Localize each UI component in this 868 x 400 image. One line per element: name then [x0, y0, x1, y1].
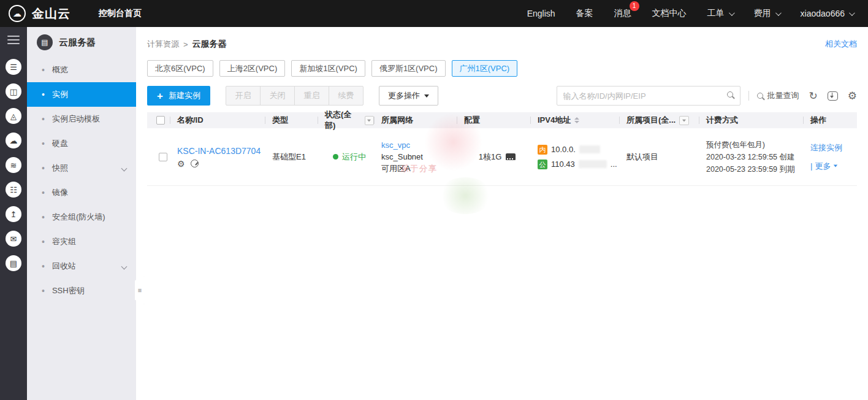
topnav-english[interactable]: English: [527, 9, 555, 18]
sidebar-title: 云服务器: [59, 37, 96, 48]
header-ipv4: IPV4地址: [530, 115, 619, 126]
caret-down-icon: [834, 165, 837, 167]
search-box: [557, 86, 740, 106]
region-tab-guangzhou1[interactable]: 广州1区(VPC): [452, 60, 518, 77]
created-time: 2020-03-23 12:59:55 创建: [706, 151, 795, 163]
batch-query-button[interactable]: 批量查询: [757, 90, 799, 101]
sidebar-item-overview[interactable]: •概览: [27, 58, 136, 82]
chevron-down-icon: [729, 10, 735, 16]
region-tab-beijing6[interactable]: 北京6区(VPC): [147, 60, 213, 77]
refresh-icon[interactable]: ↻: [809, 91, 818, 101]
chip-icon: [506, 153, 516, 160]
topnav-messages[interactable]: 消息 1: [614, 8, 631, 19]
row-checkbox[interactable]: [159, 153, 167, 161]
divider: [748, 91, 749, 101]
reboot-button[interactable]: 重启: [294, 86, 329, 106]
status-text: 运行中: [342, 152, 366, 163]
header-project: 所属项目(全...: [619, 115, 699, 126]
gear-icon[interactable]: ⚙: [848, 91, 857, 101]
message-icon[interactable]: ✉: [6, 231, 21, 247]
status-running-dot-icon: [333, 154, 338, 160]
topnav-docs-center[interactable]: 文档中心: [652, 8, 687, 19]
private-ip-line: 内 10.0.0.: [538, 144, 600, 155]
kingsoft-cloud-logo-icon: ☁: [9, 5, 26, 22]
region-tabs: 北京6区(VPC) 上海2区(VPC) 新加坡1区(VPC) 俄罗斯1区(VPC…: [147, 60, 857, 77]
sidebar-item-ssh-keys[interactable]: •SSH密钥: [27, 279, 136, 303]
product-sidebar: ▤ 云服务器 •概览 •实例 •实例启动模板 •硬盘 •快照 •镜像 •安全组(…: [27, 27, 136, 400]
project-filter-dropdown[interactable]: [679, 116, 689, 125]
related-docs-link[interactable]: 相关文档: [825, 39, 857, 50]
cloud-upload-icon[interactable]: ↥: [6, 206, 21, 222]
topnav-icp-filing[interactable]: 备案: [576, 8, 593, 19]
all-products-menu-icon[interactable]: [7, 36, 20, 44]
region-tab-russia1[interactable]: 俄罗斯1区(VPC): [371, 60, 446, 77]
public-ip-ellipsis: ...: [611, 159, 617, 170]
gear-icon[interactable]: ⚙: [177, 160, 185, 168]
sidebar-item-launch-templates[interactable]: •实例启动模板: [27, 107, 136, 131]
redacted-ip-blur: [579, 145, 600, 153]
cluster-icon[interactable]: ◬: [6, 108, 21, 124]
sidebar-item-security-groups[interactable]: •安全组(防火墙): [27, 205, 136, 229]
vpc-link[interactable]: ksc_vpc: [381, 139, 410, 151]
sidebar-item-images[interactable]: •镜像: [27, 180, 136, 205]
instance-quick-icons: ⚙: [177, 160, 199, 168]
start-button[interactable]: 开启: [226, 86, 261, 106]
availability-zone: 可用区A: [381, 163, 411, 174]
table-row: KSC-IN-AC613D7704 ⚙ 基础型E1 运行中 ksc_vpc ks…: [147, 128, 857, 186]
sidebar-item-instances[interactable]: •实例: [27, 82, 136, 107]
sidebar-item-disks[interactable]: •硬盘: [27, 131, 136, 156]
layers-icon[interactable]: ☷: [6, 182, 21, 198]
monitor-gauge-icon[interactable]: [191, 160, 199, 167]
caret-down-icon: [424, 94, 429, 98]
status-filter-dropdown[interactable]: [365, 116, 375, 125]
breadcrumb: 计算资源 > 云服务器 相关文档: [147, 37, 857, 51]
private-ip: 10.0.0.: [551, 144, 576, 155]
row-more-actions[interactable]: | 更多: [810, 161, 838, 172]
main-content: 计算资源 > 云服务器 相关文档 北京6区(VPC) 上海2区(VPC) 新加坡…: [136, 27, 868, 400]
instance-action-group: 开启 关闭 重启 续费: [226, 86, 364, 106]
cloud-server-icon: ▤: [37, 34, 53, 50]
sidebar-collapse-handle[interactable]: ≡: [135, 276, 145, 304]
breadcrumb-parent[interactable]: 计算资源: [147, 39, 179, 50]
topnav-tickets[interactable]: 工单: [707, 8, 733, 19]
breadcrumb-separator: >: [183, 40, 188, 49]
topnav-account[interactable]: xiaodao666: [801, 9, 853, 18]
renew-button[interactable]: 续费: [329, 86, 364, 106]
toolbar: + 新建实例 开启 关闭 重启 续费 更多操作 批量查询 ↻ ⚙: [147, 86, 857, 106]
search-icon[interactable]: [727, 91, 733, 98]
sort-icon[interactable]: [574, 117, 579, 123]
topbar: ☁ 金山云 控制台首页 English 备案 消息 1 文档中心 工单 费用 x…: [0, 0, 868, 27]
header-config: 配置: [457, 115, 530, 126]
network-icon[interactable]: ◫: [6, 83, 21, 99]
connect-instance-link[interactable]: 连接实例: [810, 142, 842, 153]
public-ip-line: 公 110.43 ...: [538, 159, 617, 170]
sidebar-item-disaster-recovery[interactable]: •容灾组: [27, 229, 136, 254]
public-ip-badge: 公: [538, 160, 547, 169]
create-instance-button[interactable]: + 新建实例: [147, 86, 210, 106]
billing-mode: 预付费(包年包月): [706, 139, 765, 151]
header-status: 状态(全部): [318, 109, 374, 131]
export-icon[interactable]: [828, 91, 838, 101]
search-input[interactable]: [557, 86, 740, 106]
region-tab-singapore1[interactable]: 新加坡1区(VPC): [291, 60, 365, 77]
shutdown-button[interactable]: 关闭: [260, 86, 295, 106]
sidebar-header: ▤ 云服务器: [27, 27, 136, 58]
instance-name-link[interactable]: KSC-IN-AC613D7704: [177, 146, 261, 156]
document-card-icon[interactable]: ▤: [6, 255, 21, 271]
brand-title: 金山云: [32, 6, 70, 22]
sidebar-item-recycle-bin[interactable]: •回收站: [27, 254, 136, 279]
more-actions-button[interactable]: 更多操作: [379, 86, 438, 106]
search-icon: [757, 93, 763, 99]
region-tab-shanghai2[interactable]: 上海2区(VPC): [219, 60, 286, 77]
select-all-checkbox[interactable]: [156, 116, 165, 125]
database-icon[interactable]: ≋: [6, 157, 21, 173]
console-home-link[interactable]: 控制台首页: [99, 8, 142, 19]
server-icon[interactable]: ☰: [6, 59, 21, 75]
header-network: 所属网络: [374, 115, 457, 126]
topnav-billing[interactable]: 费用: [754, 8, 780, 19]
sidebar-item-snapshots[interactable]: •快照: [27, 156, 136, 180]
redacted-ip-blur: [579, 160, 607, 168]
cloud-disk-icon[interactable]: ☁: [6, 133, 21, 148]
table-header: 名称/ID 类型 状态(全部) 所属网络 配置 IPV4地址 所属项目(全...…: [147, 112, 857, 128]
caret-down-icon: [367, 119, 371, 121]
